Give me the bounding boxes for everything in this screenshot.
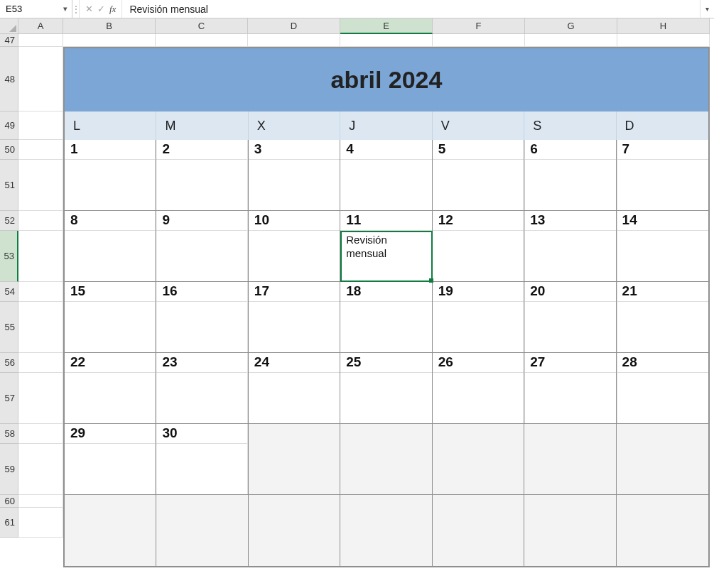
calendar-day-note[interactable] xyxy=(65,302,156,353)
calendar-day-number[interactable] xyxy=(249,424,340,444)
calendar-day-note[interactable] xyxy=(340,515,432,566)
calendar-day-number[interactable]: 21 xyxy=(617,282,708,302)
calendar-day-number[interactable] xyxy=(340,495,432,515)
cell[interactable] xyxy=(18,353,63,373)
calendar-day-note[interactable] xyxy=(524,373,616,424)
row-header[interactable]: 60 xyxy=(0,495,18,508)
column-header[interactable]: B xyxy=(63,18,156,34)
row-header[interactable]: 54 xyxy=(0,282,18,302)
calendar-day-note[interactable] xyxy=(249,231,340,282)
cell[interactable] xyxy=(18,211,63,231)
calendar-day-number[interactable]: 23 xyxy=(156,353,248,373)
calendar-day-number[interactable] xyxy=(433,495,524,515)
formula-bar-handle[interactable]: ⋮ xyxy=(72,0,80,18)
calendar-day-number[interactable]: 26 xyxy=(433,353,524,373)
formula-bar-expand-icon[interactable]: ▾ xyxy=(700,0,714,18)
calendar-day-number[interactable]: 8 xyxy=(65,211,156,231)
calendar-day-number[interactable]: 27 xyxy=(524,353,616,373)
calendar-day-number[interactable]: 1 xyxy=(65,140,156,160)
calendar-day-number[interactable] xyxy=(617,495,708,515)
calendar-day-note[interactable] xyxy=(249,444,340,495)
calendar-day-note[interactable] xyxy=(617,515,708,566)
calendar-day-number[interactable]: 7 xyxy=(617,140,708,160)
column-header[interactable]: F xyxy=(433,18,525,34)
column-header[interactable]: E xyxy=(340,18,433,34)
calendar-day-note[interactable] xyxy=(433,373,524,424)
calendar-day-number[interactable] xyxy=(340,424,432,444)
calendar-day-note[interactable] xyxy=(65,373,156,424)
calendar-day-number[interactable] xyxy=(156,495,248,515)
calendar-day-number[interactable]: 12 xyxy=(433,211,524,231)
cell[interactable] xyxy=(248,34,340,47)
calendar-day-note[interactable] xyxy=(617,231,708,282)
calendar-day-number[interactable]: 18 xyxy=(340,282,432,302)
row-header[interactable]: 51 xyxy=(0,160,18,211)
calendar-day-note[interactable] xyxy=(617,160,708,211)
spreadsheet-grid[interactable]: ABCDEFGH474849505152535455565758596061 a… xyxy=(0,18,714,538)
cell[interactable] xyxy=(617,34,710,47)
calendar-day-note[interactable] xyxy=(340,373,432,424)
cell[interactable] xyxy=(525,34,617,47)
cell[interactable] xyxy=(18,282,63,302)
cell[interactable] xyxy=(156,34,248,47)
cell[interactable] xyxy=(18,111,63,140)
calendar-day-note[interactable] xyxy=(433,515,524,566)
cell[interactable] xyxy=(433,34,525,47)
cell[interactable] xyxy=(18,373,63,424)
row-header[interactable]: 56 xyxy=(0,353,18,373)
column-header[interactable]: D xyxy=(248,18,340,34)
column-header[interactable]: C xyxy=(156,18,248,34)
row-header[interactable]: 57 xyxy=(0,373,18,424)
cell[interactable] xyxy=(18,231,63,282)
calendar-day-number[interactable]: 14 xyxy=(617,211,708,231)
calendar-day-note[interactable] xyxy=(65,231,156,282)
calendar-day-number[interactable]: 25 xyxy=(340,353,432,373)
column-header[interactable]: A xyxy=(18,18,63,34)
cell[interactable] xyxy=(18,302,63,353)
calendar-day-number[interactable]: 4 xyxy=(340,140,432,160)
column-header[interactable]: H xyxy=(617,18,710,34)
row-header[interactable]: 48 xyxy=(0,47,18,111)
calendar-day-note[interactable] xyxy=(249,302,340,353)
calendar-day-number[interactable]: 10 xyxy=(249,211,340,231)
calendar-day-note[interactable] xyxy=(249,373,340,424)
calendar-day-note[interactable] xyxy=(524,515,616,566)
cell[interactable] xyxy=(18,140,63,160)
calendar-day-number[interactable]: 20 xyxy=(524,282,616,302)
calendar-day-number[interactable] xyxy=(524,424,616,444)
calendar-day-note[interactable] xyxy=(433,444,524,495)
calendar-day-number[interactable] xyxy=(433,424,524,444)
confirm-icon[interactable]: ✓ xyxy=(97,4,105,14)
row-header[interactable]: 52 xyxy=(0,211,18,231)
calendar-day-number[interactable]: 28 xyxy=(617,353,708,373)
calendar-day-note[interactable] xyxy=(65,515,156,566)
calendar-day-number[interactable]: 5 xyxy=(433,140,524,160)
calendar-day-number[interactable]: 2 xyxy=(156,140,248,160)
calendar-day-note[interactable] xyxy=(340,302,432,353)
calendar-day-number[interactable]: 6 xyxy=(524,140,616,160)
calendar-day-note[interactable] xyxy=(524,231,616,282)
calendar-day-number[interactable]: 9 xyxy=(156,211,248,231)
formula-input[interactable] xyxy=(122,0,700,18)
calendar-day-note[interactable] xyxy=(340,160,432,211)
calendar-day-number[interactable]: 30 xyxy=(156,424,248,444)
cell[interactable] xyxy=(18,495,63,508)
cell[interactable] xyxy=(18,508,63,538)
calendar-day-number[interactable]: 24 xyxy=(249,353,340,373)
calendar-day-note[interactable] xyxy=(524,444,616,495)
calendar-day-note[interactable] xyxy=(156,231,248,282)
row-header[interactable]: 58 xyxy=(0,424,18,444)
calendar-day-note[interactable] xyxy=(340,444,432,495)
calendar-day-note[interactable] xyxy=(156,373,248,424)
cell[interactable] xyxy=(18,444,63,495)
calendar-day-note[interactable] xyxy=(156,444,248,495)
calendar-day-number[interactable] xyxy=(249,495,340,515)
calendar-day-note[interactable] xyxy=(617,373,708,424)
calendar-day-number[interactable]: 3 xyxy=(249,140,340,160)
calendar-day-note[interactable] xyxy=(156,160,248,211)
calendar-day-note[interactable] xyxy=(617,444,708,495)
cell[interactable] xyxy=(340,34,433,47)
calendar-day-note[interactable] xyxy=(433,302,524,353)
row-header[interactable]: 61 xyxy=(0,508,18,538)
calendar-day-note[interactable] xyxy=(433,160,524,211)
